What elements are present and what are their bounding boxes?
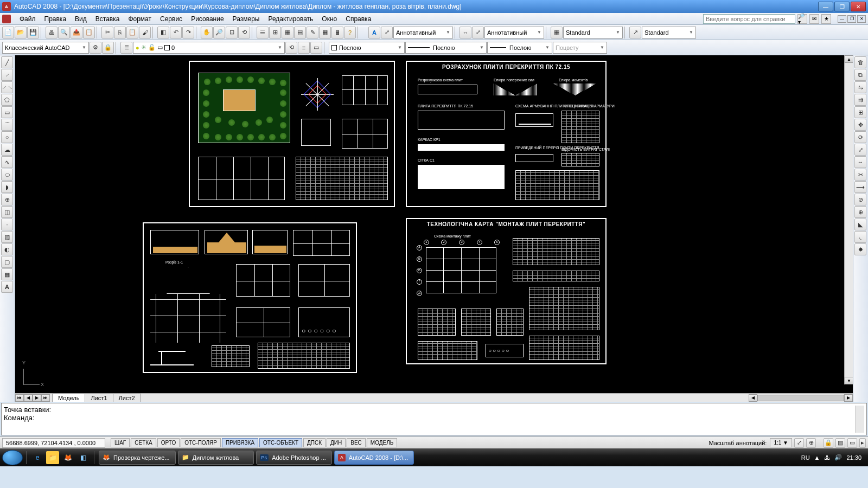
new-icon[interactable]: 📄 (2, 27, 14, 38)
cut-icon[interactable]: ✂ (101, 27, 113, 38)
blockeditor-icon[interactable]: ◧ (157, 27, 169, 38)
annoscale-sync-icon[interactable]: ⤢ (794, 438, 804, 448)
command-window[interactable]: Точка вставки: Команда: (1, 403, 867, 435)
task-autocad[interactable]: AAutoCAD 2008 - [D:\... (334, 451, 414, 465)
tablestyle-icon[interactable]: ▦ (551, 27, 563, 38)
statusbar-menu-icon[interactable]: ▸ (859, 438, 866, 448)
plotstyle-dropdown[interactable]: Поцвету▼ (553, 42, 607, 54)
status-ortho[interactable]: ОРТО (157, 438, 180, 447)
arc-icon[interactable]: ⌒ (1, 119, 13, 131)
scale-icon[interactable]: ⤢ (854, 144, 866, 156)
rotate-icon[interactable]: ⟳ (854, 131, 866, 143)
favorites-icon[interactable]: ★ (821, 14, 831, 24)
circle-icon[interactable]: ○ (1, 131, 13, 143)
tab-layout2[interactable]: Лист2 (113, 394, 141, 402)
layer-state-icon[interactable]: ≡ (298, 42, 310, 54)
sheetset-mgr-icon[interactable]: ▤ (294, 27, 306, 38)
paste-icon[interactable]: 📋 (126, 27, 138, 38)
task-firefox[interactable]: 🦊Проверка чертеже... (99, 451, 176, 465)
tray-flag-icon[interactable]: ▲ (814, 454, 820, 461)
minimize-button[interactable]: — (818, 2, 833, 11)
tray-clock[interactable]: 21:30 (846, 454, 861, 461)
tab-next-icon[interactable]: ▶ (33, 394, 41, 402)
textstyle-dropdown[interactable]: Standard▼ (563, 27, 623, 38)
point-icon[interactable]: · (1, 219, 13, 230)
copy-icon[interactable]: ⎘ (114, 27, 126, 38)
revcloud-icon[interactable]: ☁ (1, 144, 13, 156)
copy-obj-icon[interactable]: ⧉ (854, 69, 866, 81)
status-lwt[interactable]: ВЕС (347, 438, 366, 447)
help-search-icon[interactable]: 🔎▾ (797, 14, 807, 24)
matchprop-icon[interactable]: 🖌 (139, 27, 151, 38)
properties-icon[interactable]: ☰ (257, 27, 269, 38)
status-snap[interactable]: ШАГ (111, 438, 130, 447)
tray-volume-icon[interactable]: 🔊 (834, 454, 842, 461)
hscroll-left-icon[interactable]: ◀ (749, 394, 757, 402)
tray-lang[interactable]: RU (801, 454, 810, 461)
command-scrollbar[interactable] (856, 406, 864, 433)
zoom-rt-icon[interactable]: 🔎 (213, 27, 225, 38)
xline-icon[interactable]: ⟋ (1, 69, 13, 81)
chamfer-icon[interactable]: ◣ (854, 219, 866, 230)
calculator-icon[interactable]: 🖩 (331, 27, 343, 38)
makeblock-icon[interactable]: ◫ (1, 206, 13, 218)
mtext-icon[interactable]: A (1, 281, 13, 293)
ellipsearc-icon[interactable]: ◗ (1, 181, 13, 193)
task-folder[interactable]: 📁Диплом житлова (178, 451, 254, 465)
stretch-icon[interactable]: ↔ (854, 156, 866, 168)
join-icon[interactable]: ⊕ (854, 206, 866, 218)
tab-model[interactable]: Модель (52, 394, 85, 402)
menu-file[interactable]: Файл (15, 14, 40, 24)
comm-center-icon[interactable]: ✉ (809, 14, 819, 24)
mleaderstyle-icon[interactable]: ↗ (629, 27, 641, 38)
undo-icon[interactable]: ↶ (170, 27, 182, 38)
menu-dimension[interactable]: Размеры (228, 14, 264, 24)
zoom-prev-icon[interactable]: ⟲ (238, 27, 250, 38)
status-otrack[interactable]: ОТС-ОБЪЕКТ (259, 438, 302, 447)
annotative-dropdown-2[interactable]: Аннотативный▼ (484, 27, 544, 38)
markup-icon[interactable]: ✎ (307, 27, 318, 38)
lineweight-dropdown[interactable]: Послою▼ (487, 42, 552, 54)
designcenter-icon[interactable]: ⊞ (269, 27, 281, 38)
layer-prev-icon[interactable]: ⟲ (285, 42, 297, 54)
hscroll-right-icon[interactable]: ▶ (844, 394, 853, 402)
layer-manager-icon[interactable]: ≣ (120, 42, 132, 54)
help-icon[interactable]: ? (344, 27, 356, 38)
preview-icon[interactable]: 🔍 (58, 27, 70, 38)
zoom-win-icon[interactable]: ⊡ (226, 27, 238, 38)
workspace-dropdown[interactable]: Классический AutoCAD▼ (2, 42, 89, 54)
offset-icon[interactable]: ⇉ (854, 94, 866, 106)
polyline-icon[interactable]: ⟋⟍ (1, 81, 13, 93)
menu-help[interactable]: Справка (341, 14, 375, 24)
tab-first-icon[interactable]: ⏮ (15, 394, 24, 402)
quick-ie-icon[interactable]: e (31, 451, 44, 464)
annotative-dropdown-1[interactable]: Аннотативный▼ (393, 27, 453, 38)
tray-network-icon[interactable]: 🖧 (824, 454, 830, 461)
vertical-scrollbar[interactable]: ▲ ▼ (844, 55, 853, 384)
doc-close-button[interactable]: ✕ (857, 15, 866, 23)
save-icon[interactable]: 💾 (27, 27, 39, 38)
erase-icon[interactable]: 🗑 (854, 56, 866, 68)
move-icon[interactable]: ✥ (854, 119, 866, 131)
line-icon[interactable]: ╱ (1, 56, 13, 68)
pan-icon[interactable]: ✋ (201, 27, 213, 38)
workspace-lock-icon[interactable]: 🔒 (102, 42, 114, 54)
menu-insert[interactable]: Вставка (91, 14, 124, 24)
gradient-icon[interactable]: ◐ (1, 243, 13, 255)
workspace-settings-icon[interactable]: ⚙ (90, 42, 101, 54)
close-button[interactable]: ✕ (851, 2, 866, 11)
statusbar-clean-icon[interactable]: ▭ (847, 438, 857, 448)
trim-icon[interactable]: ✂ (854, 169, 866, 181)
open-icon[interactable]: 📂 (15, 27, 27, 38)
publish-icon[interactable]: 📤 (71, 27, 82, 38)
mirror-icon[interactable]: ⇋ (854, 81, 866, 93)
tab-prev-icon[interactable]: ◀ (24, 394, 33, 402)
menu-edit[interactable]: Правка (40, 14, 71, 24)
menu-draw[interactable]: Рисование (187, 14, 228, 24)
quickcalc-icon[interactable]: ▦ (319, 27, 331, 38)
help-search-input[interactable] (703, 14, 795, 24)
horizontal-scrollbar[interactable] (757, 395, 844, 401)
status-grid[interactable]: СЕТКА (131, 438, 156, 447)
annoscale-value[interactable]: 1:1 ▼ (770, 438, 792, 447)
menu-format[interactable]: Формат (124, 14, 156, 24)
